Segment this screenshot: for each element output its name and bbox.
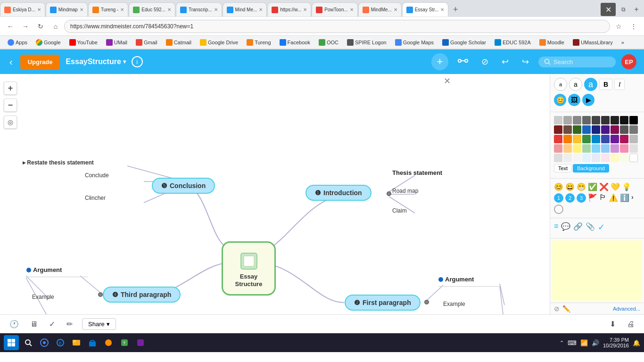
tray-volume[interactable]: 🔊: [592, 339, 599, 346]
tray-arrow[interactable]: ⌃: [560, 340, 564, 346]
bookmark-apps[interactable]: Apps: [4, 38, 31, 47]
font-small-button[interactable]: a: [554, 78, 567, 91]
upgrade-button[interactable]: Upgrade: [20, 55, 60, 69]
taskbar-search-button[interactable]: [22, 336, 35, 349]
share-button[interactable]: Share ▾: [82, 318, 116, 330]
color-swatch[interactable]: [563, 154, 572, 162]
color-swatch[interactable]: [563, 125, 572, 134]
bookmark-facebook[interactable]: Facebook: [276, 38, 314, 47]
emoji-empty[interactable]: [554, 205, 563, 214]
color-swatch[interactable]: [554, 125, 562, 134]
color-swatch[interactable]: [573, 144, 581, 153]
taskbar-tangerine-icon[interactable]: [102, 336, 115, 349]
tab-essay-str[interactable]: Essay Str... ✕: [402, 2, 449, 16]
color-swatch[interactable]: [592, 144, 600, 153]
bookmark-gmail[interactable]: Gmail: [132, 38, 161, 47]
emoji-grin[interactable]: 😄: [565, 182, 575, 191]
color-swatch[interactable]: [582, 135, 591, 143]
bookmark-button[interactable]: ☆: [612, 20, 625, 33]
restore-window-button[interactable]: ⧉: [618, 3, 629, 16]
color-swatch[interactable]: [573, 135, 581, 143]
italic-button[interactable]: I: [614, 79, 625, 90]
introduction-node[interactable]: ❶ Introduction: [305, 185, 372, 201]
color-swatch[interactable]: [582, 154, 591, 162]
taskbar-app5-icon[interactable]: T: [118, 336, 131, 349]
video-icon-btn[interactable]: ▶: [582, 94, 594, 106]
emoji-3[interactable]: 3: [577, 193, 586, 203]
bookmark-maps[interactable]: Google Maps: [391, 38, 438, 47]
tab-mindme[interactable]: Mind Me... ✕: [223, 2, 267, 16]
bookmark-drive[interactable]: Google Drive: [196, 38, 242, 47]
share-icon[interactable]: [454, 55, 472, 69]
tray-keyboard[interactable]: ⌨: [568, 339, 577, 346]
search-input[interactable]: [553, 58, 610, 66]
present-button[interactable]: 🖥: [28, 318, 40, 330]
bookmark-google[interactable]: Google: [32, 38, 64, 47]
conclusion-node[interactable]: ❺ Conclusion: [152, 178, 215, 194]
color-swatch[interactable]: [554, 135, 562, 143]
emoji-1[interactable]: 1: [554, 193, 563, 203]
emoji-check[interactable]: ✅: [588, 182, 597, 191]
pen-button[interactable]: ✏: [65, 318, 74, 330]
redo-button[interactable]: ↪: [518, 55, 533, 69]
note-list-icon[interactable]: ≡: [554, 222, 558, 232]
edit-note-icon[interactable]: ✏️: [562, 305, 570, 313]
bookmark-moodle[interactable]: Moodle: [536, 38, 568, 47]
color-swatch[interactable]: [582, 144, 591, 153]
bookmark-scholar[interactable]: Google Scholar: [438, 38, 490, 47]
color-swatch[interactable]: [629, 154, 638, 162]
tab-transcrip[interactable]: Transcrip... ✕: [176, 2, 222, 16]
history-button[interactable]: 🕐: [8, 318, 21, 330]
panel-close-button[interactable]: ✕: [444, 76, 451, 86]
note-attach-icon[interactable]: 📎: [586, 222, 595, 232]
color-swatch[interactable]: [620, 116, 628, 124]
add-tab-extra-button[interactable]: +: [631, 3, 642, 16]
reload-button[interactable]: ↻: [34, 20, 47, 33]
zoom-in-button[interactable]: +: [4, 82, 17, 95]
info-button[interactable]: i: [132, 56, 143, 67]
color-swatch[interactable]: [554, 144, 562, 153]
note-speech-icon[interactable]: 💬: [561, 222, 570, 232]
third-paragraph-node[interactable]: ❹ Third paragraph: [103, 287, 181, 303]
color-swatch[interactable]: [601, 135, 610, 143]
delete-note-icon[interactable]: ⊘: [554, 305, 560, 313]
color-swatch[interactable]: [629, 116, 638, 124]
color-swatch[interactable]: [611, 125, 619, 134]
new-tab-button[interactable]: +: [449, 3, 462, 16]
tab-eskiya[interactable]: Eskiya D... ✕: [0, 2, 45, 16]
note-check-icon[interactable]: ✓: [598, 222, 605, 232]
font-large-button[interactable]: a: [584, 78, 597, 91]
emoji-happy[interactable]: 😁: [577, 182, 586, 191]
menu-button[interactable]: ⋮: [627, 20, 640, 33]
color-swatch[interactable]: [611, 144, 619, 153]
bookmark-umail[interactable]: UMail: [102, 38, 131, 47]
tab-educ[interactable]: Educ 592... ✕: [129, 2, 175, 16]
emoji-info[interactable]: ℹ️: [620, 193, 629, 203]
color-swatch[interactable]: [620, 125, 628, 134]
bookmark-umass[interactable]: UMassLibrary: [569, 38, 617, 47]
color-swatch[interactable]: [611, 135, 619, 143]
color-swatch[interactable]: [592, 135, 600, 143]
tab-mindme2[interactable]: MindMe... ✕: [358, 2, 402, 16]
app-title[interactable]: EssayStructure ▾: [66, 58, 125, 66]
color-swatch[interactable]: [620, 144, 628, 153]
emoji-heart[interactable]: 💛: [611, 182, 620, 191]
color-swatch[interactable]: [582, 125, 591, 134]
color-swatch[interactable]: [629, 125, 638, 134]
taskbar-ie-icon[interactable]: e: [54, 336, 67, 349]
close-window-button[interactable]: ✕: [601, 3, 616, 16]
forward-button[interactable]: →: [19, 20, 32, 33]
emoji-flag[interactable]: 🚩: [588, 193, 597, 203]
color-swatch[interactable]: [601, 125, 610, 134]
bookmark-youtube[interactable]: YouTube: [66, 38, 101, 47]
color-swatch[interactable]: [563, 116, 572, 124]
color-swatch[interactable]: [601, 154, 610, 162]
tray-notification[interactable]: 🔔: [633, 339, 640, 346]
first-paragraph-node[interactable]: ❷ First paragraph: [345, 295, 421, 311]
bookmark-ooc[interactable]: OOC: [315, 38, 342, 47]
color-swatch[interactable]: [563, 135, 572, 143]
center-node[interactable]: EssayStructure: [222, 241, 276, 296]
text-tab[interactable]: Text: [554, 164, 572, 173]
color-swatch[interactable]: [554, 116, 562, 124]
color-swatch[interactable]: [611, 154, 619, 162]
